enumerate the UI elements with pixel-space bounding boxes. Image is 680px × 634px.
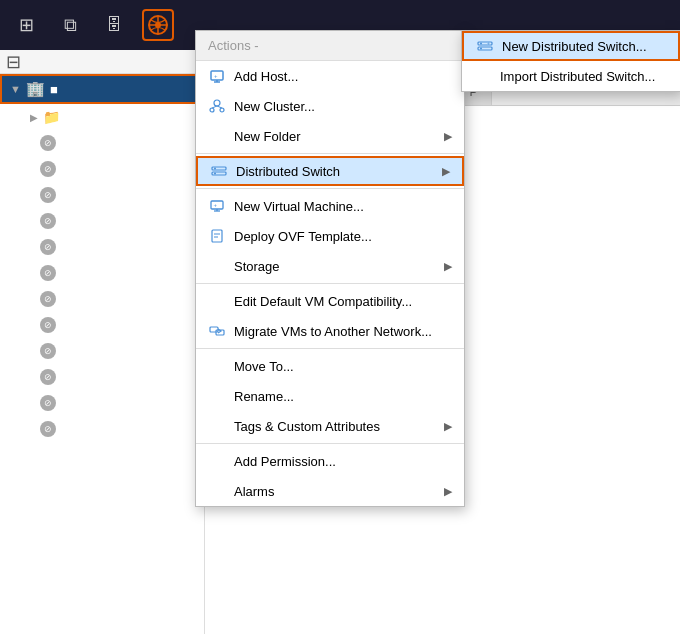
svg-point-28	[480, 43, 482, 45]
migrate-vms-icon	[208, 322, 226, 340]
list-item[interactable]: ⊘	[0, 156, 204, 182]
list-item[interactable]: ⊘	[0, 364, 204, 390]
svg-point-8	[214, 100, 220, 106]
context-menu[interactable]: Actions - + Add Host... New Cluster... N…	[195, 30, 465, 507]
list-item[interactable]: ⊘	[0, 416, 204, 442]
menu-item-new-folder[interactable]: New Folder ▶	[196, 121, 464, 151]
sidebar-items-list: ⊘ ⊘ ⊘ ⊘ ⊘ ⊘ ⊘ ⊘ ⊘ ⊘ ⊘ ⊘	[0, 130, 204, 442]
list-item[interactable]: ⊘	[0, 182, 204, 208]
menu-item-rename[interactable]: Rename...	[196, 381, 464, 411]
divider-1	[196, 153, 464, 154]
alarms-arrow: ▶	[444, 485, 452, 498]
folder-icon: 📁	[43, 109, 60, 125]
list-item[interactable]: ⊘	[0, 208, 204, 234]
tags-icon	[208, 417, 226, 435]
menu-item-move-to[interactable]: Move To...	[196, 351, 464, 381]
add-permission-icon	[208, 452, 226, 470]
datacenter-icon: 🏢	[26, 80, 45, 98]
divider-2	[196, 188, 464, 189]
rename-icon	[208, 387, 226, 405]
svg-point-10	[220, 108, 224, 112]
submenu-item-import-ds[interactable]: Import Distributed Switch...	[462, 61, 680, 91]
move-to-icon	[208, 357, 226, 375]
migrate-vms-label: Migrate VMs to Another Network...	[234, 324, 452, 339]
menu-item-deploy-ovf[interactable]: Deploy OVF Template...	[196, 221, 464, 251]
menu-item-add-host[interactable]: + Add Host...	[196, 61, 464, 91]
list-item[interactable]: ⊘	[0, 312, 204, 338]
menu-item-migrate-vms[interactable]: Migrate VMs to Another Network...	[196, 316, 464, 346]
tree-root-node[interactable]: ▼ 🏢 ■	[0, 74, 204, 104]
list-item[interactable]: ⊘	[0, 260, 204, 286]
item-icon: ⊘	[40, 161, 56, 177]
tree-folder-item[interactable]: ▶ 📁	[0, 104, 204, 130]
new-folder-label: New Folder	[234, 129, 436, 144]
menu-item-distributed-switch[interactable]: Distributed Switch ▶	[196, 156, 464, 186]
tags-label: Tags & Custom Attributes	[234, 419, 436, 434]
divider-3	[196, 283, 464, 284]
root-label: ■	[50, 82, 58, 97]
menu-item-new-vm[interactable]: + New Virtual Machine...	[196, 191, 464, 221]
expand-arrow: ▶	[30, 112, 38, 123]
svg-point-16	[214, 173, 216, 175]
move-to-label: Move To...	[234, 359, 452, 374]
menu-item-add-permission[interactable]: Add Permission...	[196, 446, 464, 476]
svg-point-29	[480, 48, 482, 50]
deploy-ovf-icon	[208, 227, 226, 245]
import-ds-label: Import Distributed Switch...	[500, 69, 668, 84]
import-ds-icon	[474, 67, 492, 85]
svg-line-11	[212, 106, 217, 108]
expand-icon: ▼	[10, 83, 21, 95]
alarms-label: Alarms	[234, 484, 436, 499]
sidebar: ⊟ ▼ 🏢 ■ ▶ 📁 ⊘ ⊘ ⊘ ⊘ ⊘ ⊘ ⊘ ⊘ ⊘ ⊘ ⊘ ⊘	[0, 50, 205, 634]
add-host-icon: +	[208, 67, 226, 85]
edit-vm-label: Edit Default VM Compatibility...	[234, 294, 452, 309]
add-host-label: Add Host...	[234, 69, 452, 84]
storage-icon-menu	[208, 257, 226, 275]
storage-label: Storage	[234, 259, 436, 274]
storage-icon[interactable]: 🗄	[98, 9, 130, 41]
item-icon: ⊘	[40, 421, 56, 437]
list-item[interactable]: ⊘	[0, 286, 204, 312]
svg-line-12	[217, 106, 222, 108]
divider-5	[196, 443, 464, 444]
svg-text:+: +	[214, 73, 218, 79]
item-icon: ⊘	[40, 369, 56, 385]
menu-item-new-cluster[interactable]: New Cluster...	[196, 91, 464, 121]
menu-item-edit-vm-compat[interactable]: Edit Default VM Compatibility...	[196, 286, 464, 316]
new-cluster-label: New Cluster...	[234, 99, 452, 114]
tags-arrow: ▶	[444, 420, 452, 433]
item-icon: ⊘	[40, 343, 56, 359]
menu-item-storage[interactable]: Storage ▶	[196, 251, 464, 281]
submenu-item-new-ds[interactable]: + New Distributed Switch...	[462, 31, 680, 61]
storage-arrow: ▶	[444, 260, 452, 273]
alarms-icon	[208, 482, 226, 500]
item-icon: ⊘	[40, 291, 56, 307]
new-ds-icon: +	[476, 37, 494, 55]
new-folder-icon	[208, 127, 226, 145]
vm-icon[interactable]: ⧉	[54, 9, 86, 41]
item-icon: ⊘	[40, 239, 56, 255]
menu-item-alarms[interactable]: Alarms ▶	[196, 476, 464, 506]
item-icon: ⊘	[40, 135, 56, 151]
new-folder-arrow: ▶	[444, 130, 452, 143]
network-icon[interactable]	[142, 9, 174, 41]
distributed-switch-icon	[210, 162, 228, 180]
list-item[interactable]: ⊘	[0, 234, 204, 260]
svg-rect-21	[212, 230, 222, 242]
divider-4	[196, 348, 464, 349]
item-icon: ⊘	[40, 317, 56, 333]
menu-item-tags[interactable]: Tags & Custom Attributes ▶	[196, 411, 464, 441]
panel-toggle-icon[interactable]: ⊞	[10, 9, 42, 41]
item-icon: ⊘	[40, 265, 56, 281]
new-cluster-icon	[208, 97, 226, 115]
list-item[interactable]: ⊘	[0, 338, 204, 364]
distributed-switch-submenu[interactable]: + New Distributed Switch... Import Distr…	[461, 30, 680, 92]
list-item[interactable]: ⊘	[0, 390, 204, 416]
sidebar-collapse-icon[interactable]: ⊟	[6, 51, 21, 73]
menu-header: Actions -	[196, 31, 464, 61]
svg-text:+: +	[487, 40, 490, 46]
distributed-switch-arrow: ▶	[442, 165, 450, 178]
list-item[interactable]: ⊘	[0, 130, 204, 156]
svg-point-9	[210, 108, 214, 112]
deploy-ovf-label: Deploy OVF Template...	[234, 229, 452, 244]
